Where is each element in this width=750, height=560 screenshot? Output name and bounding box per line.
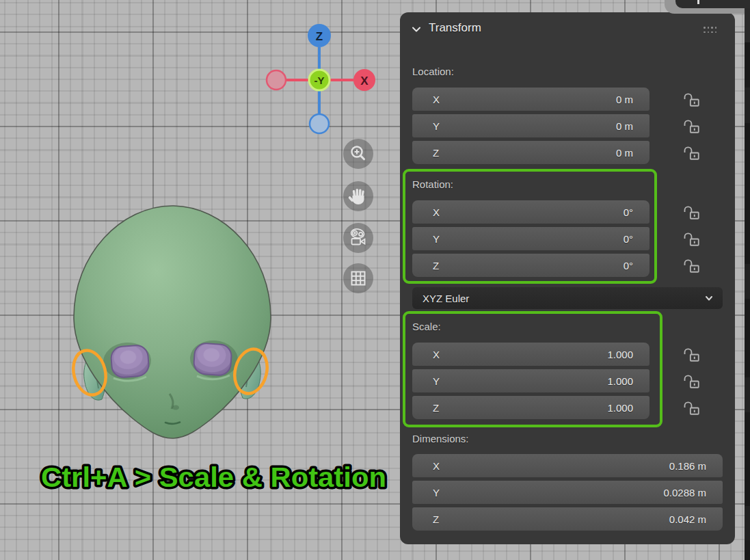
axis-value: 1.000 <box>607 375 633 387</box>
axis-label: X <box>433 460 440 472</box>
axis-value: 0.186 m <box>669 460 706 472</box>
axis-label: Z <box>433 402 439 414</box>
grid-toggle-button[interactable] <box>343 263 373 293</box>
axis-neg-y-ball[interactable]: -Y <box>309 70 330 90</box>
rotation-label: Rotation: <box>412 178 453 190</box>
unlock-icon[interactable] <box>683 144 701 161</box>
axis-label: Z <box>433 260 439 271</box>
dimensions-x-field[interactable]: X 0.186 m <box>412 454 723 477</box>
location-x-field[interactable]: X 0 m <box>412 88 649 111</box>
viewport-object-head[interactable] <box>63 202 282 443</box>
scale-x-field[interactable]: X 1.000 <box>412 343 649 366</box>
axis-label: X <box>433 94 440 105</box>
right-eye <box>193 343 232 376</box>
axis-z-ball[interactable]: Z <box>308 24 331 47</box>
zoom-in-icon <box>343 139 373 169</box>
axis-label: Z <box>433 147 439 159</box>
axis-label: Y <box>433 233 440 245</box>
transform-panel: Transform Location: X 0 m Y 0 m Z 0 m <box>400 12 735 544</box>
unlock-icon[interactable] <box>683 372 701 390</box>
location-y-field[interactable]: Y 0 m <box>412 114 649 137</box>
unlock-icon[interactable] <box>683 203 701 221</box>
axis-value: 0° <box>624 260 633 271</box>
panel-grip-icon[interactable] <box>704 27 719 34</box>
dimensions-label: Dimensions: <box>412 433 469 444</box>
rotation-mode-dropdown[interactable]: XYZ Euler <box>412 287 723 309</box>
pan-hand-icon <box>343 181 373 211</box>
sidebar-tab-strip[interactable] <box>745 0 750 560</box>
axis-label: X <box>433 349 440 360</box>
location-label: Location: <box>412 66 454 77</box>
axis-value: 0.0288 m <box>663 487 706 498</box>
viewport-annotation-text: Ctrl+A > Scale & Rotation <box>36 457 405 499</box>
axis-neg-x-ball[interactable] <box>267 70 286 90</box>
axis-value: 0 m <box>616 147 633 159</box>
unlock-icon[interactable] <box>683 230 701 248</box>
unlock-icon[interactable] <box>683 90 701 108</box>
axis-value: 0° <box>624 206 633 218</box>
pan-button[interactable] <box>343 181 373 211</box>
svg-text:Z: Z <box>316 30 323 43</box>
left-eye <box>111 345 150 378</box>
panel-title[interactable]: Transform <box>429 21 481 35</box>
location-fields: X 0 m Y 0 m Z 0 m <box>412 88 649 164</box>
scale-fields: X 1.000 Y 1.000 Z 1.000 <box>412 343 649 419</box>
dimensions-z-field[interactable]: Z 0.042 m <box>412 507 723 531</box>
scale-z-field[interactable]: Z 1.000 <box>412 396 649 419</box>
camera-view-icon <box>343 223 373 253</box>
camera-view-button[interactable] <box>343 223 373 253</box>
location-locks <box>683 90 701 161</box>
rotation-fields: X 0° Y 0° Z 0° <box>412 200 649 277</box>
axis-value: 1.000 <box>607 402 633 414</box>
rotation-x-field[interactable]: X 0° <box>412 200 649 224</box>
axis-value: 0° <box>624 233 633 245</box>
unlock-icon[interactable] <box>683 256 701 274</box>
axis-value: 0.042 m <box>669 514 706 525</box>
dimensions-fields: X 0.186 m Y 0.0288 m Z 0.042 m <box>412 454 723 531</box>
svg-text:X: X <box>360 75 369 88</box>
axis-value: 0 m <box>616 120 633 132</box>
axis-value: 0 m <box>616 94 633 105</box>
rotation-locks <box>683 203 701 274</box>
rotation-mode-value: XYZ Euler <box>423 293 469 304</box>
zoom-button[interactable] <box>343 139 373 169</box>
unlock-icon[interactable] <box>683 117 701 135</box>
dimensions-y-field[interactable]: Y 0.0288 m <box>412 481 723 504</box>
rotation-y-field[interactable]: Y 0° <box>412 227 649 250</box>
axis-neg-z-ball[interactable] <box>310 114 329 133</box>
view-axis-gizmo[interactable]: Z X -Y <box>258 18 381 142</box>
svg-text:Ctrl+A > Scale & Rotation: Ctrl+A > Scale & Rotation <box>41 462 386 492</box>
header-popup-partial <box>675 0 750 8</box>
axis-value: 1.000 <box>607 349 633 360</box>
blender-3d-viewport: Z X -Y <box>0 0 750 560</box>
axis-label: Z <box>433 514 439 525</box>
axis-label: Y <box>433 120 440 132</box>
unlock-icon[interactable] <box>683 399 701 416</box>
scale-locks <box>683 345 701 416</box>
grid-toggle-icon <box>343 263 373 293</box>
axis-x-ball[interactable]: X <box>353 69 375 91</box>
scale-label: Scale: <box>412 321 441 332</box>
panel-collapse-chevron-icon[interactable] <box>411 24 422 35</box>
axis-label: Y <box>433 487 440 498</box>
unlock-icon[interactable] <box>683 345 701 363</box>
axis-label: X <box>433 206 440 218</box>
header-popup-cursor <box>697 0 699 4</box>
svg-text:-Y: -Y <box>314 75 325 86</box>
axis-label: Y <box>433 375 440 387</box>
chevron-down-icon <box>704 293 714 303</box>
location-z-field[interactable]: Z 0 m <box>412 141 649 164</box>
scale-y-field[interactable]: Y 1.000 <box>412 369 649 392</box>
rotation-z-field[interactable]: Z 0° <box>412 254 649 277</box>
